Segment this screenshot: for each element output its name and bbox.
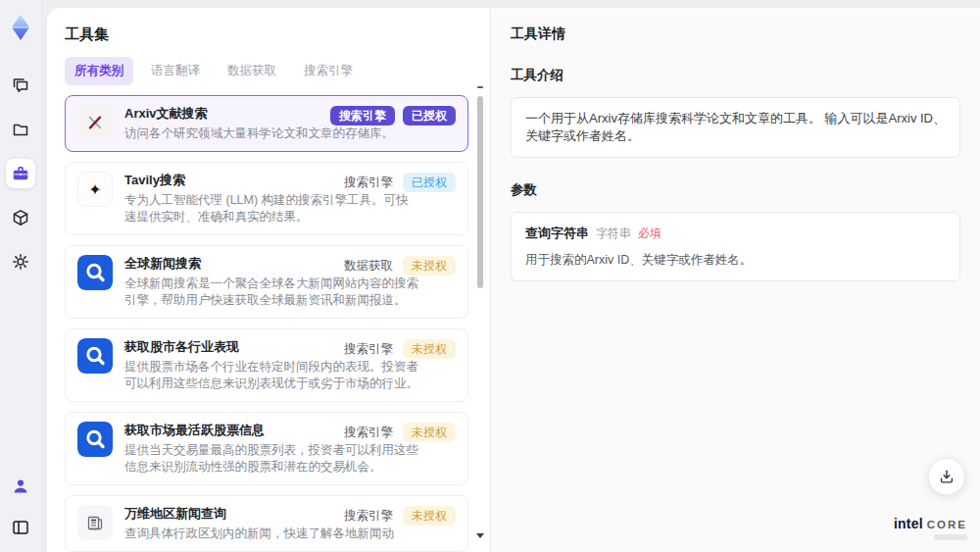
tool-auth-badge: 未授权 [403,506,456,526]
tab-language-translation[interactable]: 语言翻译 [141,57,210,85]
arxiv-logo [77,105,113,140]
tool-meta: 搜索引擎 未授权 [344,506,456,526]
tool-list-item[interactable]: ✦ Tavily搜索 专为人工智能代理 (LLM) 构建的搜索引擎工具。可快速提… [65,162,468,235]
tool-list-item[interactable]: 全球新闻搜索 全球新闻搜索是一个聚合全球各大新闻网站内容的搜索引擎，帮助用户快速… [65,245,468,319]
tab-search-engine[interactable]: 搜索引擎 [294,57,363,85]
cube-icon[interactable] [6,203,35,232]
scroll-down-button[interactable] [476,533,484,538]
tab-data-fetch[interactable]: 数据获取 [218,57,286,85]
core-wordmark: CORE [927,519,967,530]
tool-description: 专为人工智能代理 (LLM) 构建的搜索引擎工具。可快速提供实时、准确和真实的结… [124,192,420,226]
parameter-header: 查询字符串 字符串 必填 [525,225,946,242]
detail-title: 工具详情 [511,25,960,43]
tool-auth-badge: 未授权 [403,256,456,276]
tool-detail-panel: 工具详情 工具介绍 一个用于从Arxiv存储库搜索科学论文和文章的工具。 输入可… [490,8,980,552]
tool-description: 提供股票市场各个行业在特定时间段内的表现。投资者可以利用这些信息来识别表现优于或… [124,359,420,392]
tool-list-panel: 工具集 所有类别语言翻译数据获取搜索引擎 Arxiv文献搜索 访问各个研究领域大… [47,8,490,552]
tool-description: 全球新闻搜索是一个聚合全球各大新闻网站内容的搜索引擎，帮助用户快速获取全球最新资… [124,276,420,309]
tool-category-label: 搜索引擎 [330,106,395,125]
blue-search-logo [77,422,113,457]
tool-auth-badge: 已授权 [403,173,456,192]
parameter-name: 查询字符串 [525,225,589,242]
tool-category-label: 数据获取 [344,258,393,275]
parameter-box: 查询字符串 字符串 必填 用于搜索的Arxiv ID、关键字或作者姓名。 [511,212,960,281]
tool-list: Arxiv文献搜索 访问各个研究领域大量科学论文和文章的存储库。 搜索引擎 已授… [65,95,468,552]
tool-list-item[interactable]: 获取市场最活跃股票信息 提供当天交易量最高的股票列表，投资者可以利用这些信息来识… [65,412,468,485]
page-title: 工具集 [65,25,490,44]
panel-toggle-icon[interactable] [6,513,35,542]
tool-meta: 搜索引擎 未授权 [344,339,456,359]
chat-icon[interactable] [6,71,35,100]
parameter-description: 用于搜索的Arxiv ID、关键字或作者姓名。 [525,251,946,269]
tool-meta: 数据获取 未授权 [344,256,456,276]
intel-wordmark: intel [894,516,923,531]
main-panel: 工具集 所有类别语言翻译数据获取搜索引擎 Arxiv文献搜索 访问各个研究领域大… [47,8,980,552]
tool-description: 提供当天交易量最高的股票列表，投资者可以利用这些信息来识别流动性强的股票和潜在的… [124,442,420,476]
tool-category-label: 搜索引擎 [344,175,393,191]
list-scrollbar[interactable] [475,86,485,538]
intel-core-logo: intel CORE [894,516,967,540]
tool-list-item[interactable]: Arxiv文献搜索 访问各个研究领域大量科学论文和文章的存储库。 搜索引擎 已授… [65,95,468,152]
download-icon [938,468,956,485]
brand-sub-mark [934,534,967,540]
category-tabs: 所有类别语言翻译数据获取搜索引擎 [65,57,490,85]
user-icon[interactable] [6,472,35,501]
tab-all-categories[interactable]: 所有类别 [65,57,133,85]
folder-icon[interactable] [6,115,35,144]
parameter-type: 字符串 [596,225,631,242]
blue-search-logo [77,255,113,290]
tool-list-item[interactable]: 获取股市各行业表现 提供股票市场各个行业在特定时间段内的表现。投资者可以利用这些… [65,328,468,402]
tool-description: 查询具体行政区划内的新闻，快速了解各地新闻动 [124,526,420,542]
toolbox-icon[interactable] [6,159,35,188]
tool-auth-badge: 未授权 [403,339,456,359]
settings-gear-icon[interactable] [6,247,35,276]
tool-description: 访问各个研究领域大量科学论文和文章的存储库。 [124,125,420,142]
tool-intro-box: 一个用于从Arxiv存储库搜索科学论文和文章的工具。 输入可以是Arxiv ID… [511,97,960,158]
blue-search-logo [77,338,113,374]
params-heading: 参数 [511,181,960,199]
tool-category-label: 搜索引擎 [344,341,393,358]
tavily-star-logo: ✦ [77,172,113,207]
tool-auth-badge: 已授权 [403,106,456,125]
left-sidebar [0,0,41,552]
tool-meta: 搜索引擎 未授权 [344,423,456,442]
tool-auth-badge: 未授权 [403,423,456,442]
tool-intro-text: 一个用于从Arxiv存储库搜索科学论文和文章的工具。 输入可以是Arxiv ID… [525,111,946,143]
tool-category-label: 搜索引擎 [344,425,393,441]
tool-meta: 搜索引擎 已授权 [344,173,456,192]
tool-meta: 搜索引擎 已授权 [330,106,456,125]
scrollbar-thumb[interactable] [477,96,483,288]
download-button[interactable] [928,458,965,495]
newspaper-icon [77,505,113,540]
intro-heading: 工具介绍 [511,67,960,84]
parameter-required-badge: 必填 [638,225,662,242]
tool-category-label: 搜索引擎 [344,508,393,525]
brand-diamond-logo [5,12,36,43]
tool-list-item[interactable]: 万维地区新闻查询 查询具体行政区划内的新闻，快速了解各地新闻动 搜索引擎 未授权 [65,495,468,552]
scroll-up-button[interactable] [477,86,483,88]
